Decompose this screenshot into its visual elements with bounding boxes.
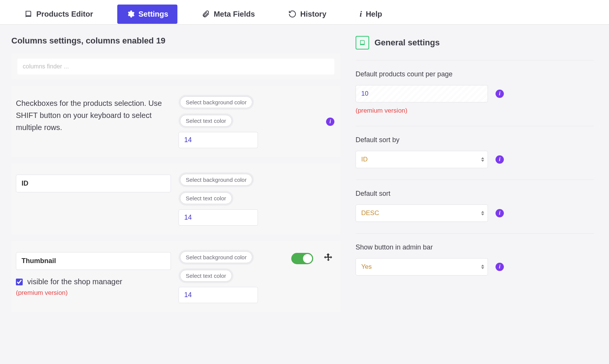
- setting-show-admin-bar: Show button in admin bar Yes i: [356, 233, 594, 287]
- font-size-input[interactable]: [179, 132, 258, 148]
- select-text-color-button[interactable]: Select text color: [180, 115, 232, 127]
- paperclip-icon: [202, 10, 210, 18]
- txt-color-wrap: Select text color: [179, 268, 233, 283]
- drag-handle-icon[interactable]: [322, 252, 334, 264]
- bg-color-wrap: Select background color: [179, 95, 254, 110]
- bg-color-wrap: Select background color: [179, 172, 254, 187]
- columns-title: Columns settings, columns enabled 19: [11, 36, 340, 46]
- column-row-checkboxes: Checkboxes for the products selection. U…: [11, 86, 340, 157]
- columns-settings: Columns settings, columns enabled 19 Che…: [11, 36, 340, 318]
- select-text-color-button[interactable]: Select text color: [180, 270, 232, 282]
- setting-default-count: Default products count per page i (premi…: [356, 60, 594, 126]
- tab-label: Help: [366, 10, 382, 19]
- tab-label: History: [300, 10, 326, 19]
- tab-products-editor[interactable]: Products Editor: [15, 5, 102, 24]
- setting-label: Default products count per page: [356, 70, 594, 78]
- info-icon[interactable]: i: [326, 118, 334, 126]
- select-bg-color-button[interactable]: Select background color: [180, 174, 252, 186]
- general-settings: General settings Default products count …: [348, 36, 594, 318]
- column-name-input[interactable]: [16, 175, 171, 192]
- column-row-id: Select background color Select text colo…: [11, 163, 340, 235]
- setting-default-sort: Default sort DESC i: [356, 180, 594, 233]
- select-bg-color-button[interactable]: Select background color: [180, 251, 252, 263]
- premium-version-note: (premium version): [16, 289, 171, 297]
- font-size-input[interactable]: [179, 209, 258, 226]
- column-row-thumbnail: visible for the shop manager (premium ve…: [11, 241, 340, 312]
- tab-help[interactable]: i Help: [351, 4, 391, 24]
- book-icon: [356, 36, 369, 50]
- default-sort-select[interactable]: DESC: [356, 204, 488, 222]
- show-admin-bar-select[interactable]: Yes: [356, 258, 488, 276]
- info-icon[interactable]: i: [496, 90, 504, 98]
- book-icon: [24, 10, 33, 18]
- tab-meta-fields[interactable]: Meta Fields: [193, 5, 264, 24]
- columns-finder-input[interactable]: [17, 59, 334, 74]
- visible-shop-manager-label: visible for the shop manager: [27, 277, 122, 286]
- txt-color-wrap: Select text color: [179, 191, 233, 206]
- tabs-nav: Products Editor Settings Meta Fields His…: [0, 0, 609, 25]
- tab-label: Settings: [138, 10, 168, 19]
- select-bg-color-button[interactable]: Select background color: [180, 96, 252, 108]
- undo-icon: [288, 10, 297, 18]
- info-icon[interactable]: i: [496, 263, 504, 271]
- tab-history[interactable]: History: [279, 5, 336, 24]
- columns-title-prefix: Columns settings, columns enabled: [11, 36, 154, 45]
- finder-panel: [11, 53, 340, 80]
- tab-label: Products Editor: [36, 10, 93, 19]
- default-sort-by-select[interactable]: ID: [356, 151, 488, 168]
- info-icon[interactable]: i: [496, 155, 504, 164]
- info-icon[interactable]: i: [496, 209, 504, 217]
- setting-label: Default sort: [356, 190, 594, 198]
- select-text-color-button[interactable]: Select text color: [180, 192, 232, 204]
- tab-label: Meta Fields: [214, 10, 255, 19]
- info-icon: i: [360, 9, 362, 19]
- enable-column-toggle[interactable]: [291, 253, 313, 264]
- visible-shop-manager-checkbox[interactable]: [16, 279, 23, 285]
- default-count-input[interactable]: [356, 85, 488, 102]
- font-size-input[interactable]: [179, 287, 258, 303]
- general-settings-title: General settings: [374, 38, 440, 48]
- setting-label: Default sort by: [356, 136, 594, 144]
- gear-icon: [126, 10, 135, 18]
- txt-color-wrap: Select text color: [179, 113, 233, 128]
- column-description: Checkboxes for the products selection. U…: [16, 97, 171, 133]
- setting-default-sort-by: Default sort by ID i: [356, 126, 594, 180]
- tab-settings[interactable]: Settings: [117, 5, 177, 24]
- column-name-input[interactable]: [16, 252, 171, 270]
- premium-version-note: (premium version): [356, 107, 594, 115]
- setting-label: Show button in admin bar: [356, 243, 594, 251]
- columns-enabled-count: 19: [156, 36, 165, 45]
- bg-color-wrap: Select background color: [179, 250, 254, 265]
